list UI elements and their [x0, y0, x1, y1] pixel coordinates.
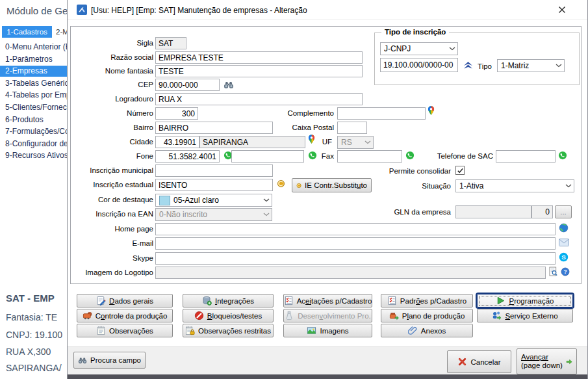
- machine-icon: [83, 311, 92, 320]
- cor-destaque-combo[interactable]: 05-Azul claro: [155, 194, 272, 207]
- bairro-label: Bairro: [68, 124, 153, 131]
- sidebar-item-0[interactable]: 0-Menu Anterior (E: [0, 42, 67, 53]
- sidebar-item-4[interactable]: 4-Tabelas por Empr: [0, 90, 67, 101]
- integracoes-button[interactable]: Integrações: [183, 294, 274, 307]
- desenvolvimento-pro-button[interactable]: Desenvolvimento Pro.: [283, 309, 372, 322]
- fone-field[interactable]: [155, 150, 220, 163]
- logradouro-label: Logradouro: [68, 95, 153, 103]
- inscricao-ean-combo[interactable]: 0-Não inscrito: [155, 208, 272, 221]
- programacao-button[interactable]: Programação: [477, 294, 573, 307]
- cep-search-binoculars-icon[interactable]: [224, 81, 234, 89]
- company-summary-cnpj: CNPJ: 19.100: [6, 330, 62, 340]
- plano-producao-button[interactable]: Plano de produção: [381, 309, 473, 322]
- tipo-label: Tipo: [472, 62, 492, 70]
- globe-icon[interactable]: [559, 223, 569, 233]
- inscricao-estadual-label: Inscrição estadual: [68, 181, 153, 189]
- servico-externo-button[interactable]: Serviço Externo: [477, 309, 573, 322]
- sidebar-item-1[interactable]: 1-Parâmetros: [0, 54, 67, 65]
- tipo-matriz-combo[interactable]: 1-Matriz: [497, 59, 565, 72]
- image-icon: [307, 326, 316, 335]
- sigla-label: Sigla: [68, 39, 153, 47]
- observacoes-button[interactable]: Observações: [77, 324, 173, 337]
- observacoes-restritas-button[interactable]: Observações restritas: [183, 324, 274, 337]
- telefone-sac-field[interactable]: [496, 150, 556, 163]
- dialog-footer: Procura campo Cancelar Avançar (page dow…: [68, 346, 587, 374]
- sidebar-item-7[interactable]: 7-Formulações/Con: [0, 126, 67, 137]
- cnpj-field[interactable]: [380, 58, 458, 72]
- controle-producao-button[interactable]: Controle da produção: [77, 309, 173, 322]
- tab-cadastros[interactable]: 1-Cadastros: [2, 26, 52, 38]
- tab-movimentos[interactable]: 2-M: [56, 28, 67, 36]
- logotipo-preview-icon[interactable]: [549, 267, 557, 276]
- complemento-field[interactable]: [337, 107, 426, 120]
- cep-field[interactable]: [155, 79, 220, 91]
- sac-whatsapp-icon[interactable]: [558, 151, 567, 160]
- razao-social-field[interactable]: [155, 51, 363, 64]
- fone2-field[interactable]: [231, 150, 304, 163]
- fone2-whatsapp-icon[interactable]: [308, 151, 317, 160]
- gln-field[interactable]: [455, 205, 531, 218]
- chevron-down-icon: [261, 194, 272, 206]
- cidade-map-pin-icon[interactable]: [308, 134, 315, 144]
- logradouro-field[interactable]: [155, 93, 363, 105]
- sidebar-item-2[interactable]: 2-Empresas: [0, 66, 67, 77]
- play-icon: [496, 296, 505, 306]
- aceitacoes-pcadastro-button[interactable]: Aceitações p/Cadastro: [283, 294, 372, 307]
- complemento-label: Complemento: [262, 109, 334, 117]
- dialog-title-bar: [Usu: HELP] [Emp: SAT] Manutenção de emp…: [68, 0, 587, 20]
- permite-consolidar-checkbox[interactable]: [455, 166, 465, 175]
- logotipo-field[interactable]: [155, 267, 546, 279]
- razao-social-label: Razão social: [68, 53, 153, 61]
- skype-icon[interactable]: S: [559, 252, 569, 262]
- uf-combo[interactable]: RS: [337, 136, 374, 149]
- nome-fantasia-label: Nome fantasia: [68, 67, 153, 75]
- imagens-button[interactable]: Imagens: [283, 324, 372, 337]
- sidebar-item-5[interactable]: 5-Clientes/Fornece: [0, 102, 67, 113]
- chevron-down-icon: [563, 180, 574, 192]
- gln-label: GLN da empresa: [379, 208, 451, 216]
- dados-gerais-button[interactable]: Dados gerais: [77, 294, 173, 307]
- fax-whatsapp-icon[interactable]: [405, 151, 415, 160]
- external-service-icon: [492, 311, 502, 320]
- sidebar-item-3[interactable]: 3-Tabelas Genérica: [0, 78, 67, 89]
- padroes-pcadastro-button[interactable]: Padrões p/Cadastro: [381, 294, 473, 307]
- complemento-map-pin-icon[interactable]: [428, 105, 435, 116]
- gln-check-digit-field[interactable]: [531, 205, 553, 218]
- inscricao-estadual-field[interactable]: [155, 179, 273, 191]
- email-envelope-icon[interactable]: [559, 239, 569, 246]
- cidade-codigo-field[interactable]: [155, 136, 199, 148]
- chevron-down-icon: [447, 43, 457, 55]
- numero-label: Número: [68, 109, 153, 117]
- tipo-inscricao-group: Tipo de inscrição J-CNPJ Tipo 1-Matriz: [374, 33, 580, 85]
- gln-browse-button[interactable]: ...: [555, 205, 572, 218]
- fax-field[interactable]: [337, 150, 402, 163]
- skype-field[interactable]: [155, 252, 556, 265]
- tipo-inscricao-title: Tipo de inscrição: [381, 28, 449, 36]
- tipo-documento-combo[interactable]: J-CNPJ: [380, 42, 458, 55]
- anexos-button[interactable]: Anexos: [381, 324, 473, 337]
- sidebar-item-6[interactable]: 6-Produtos: [0, 114, 67, 125]
- close-icon[interactable]: [556, 4, 568, 16]
- sidebar-item-8[interactable]: 8-Configurador de: [0, 138, 67, 150]
- nome-fantasia-field[interactable]: [155, 65, 363, 77]
- ie-contr-substituto-button[interactable]: IE Contr.Substituto: [292, 178, 372, 192]
- background-window-title: Módulo de Ge: [6, 5, 67, 16]
- help-icon[interactable]: ?: [561, 267, 570, 276]
- numero-field[interactable]: [155, 107, 198, 120]
- receita-federal-icon[interactable]: [463, 61, 473, 69]
- caixa-postal-field[interactable]: [337, 122, 367, 134]
- sidebar-item-9[interactable]: 9-Recursos Ativos: [0, 150, 67, 161]
- procura-campo-button[interactable]: Procura campo: [73, 352, 146, 369]
- bloqueios-testes-button[interactable]: Bloqueios/testes: [183, 309, 274, 322]
- avancar-button[interactable]: Avançar (page down): [517, 348, 577, 374]
- edit-page-icon: [96, 296, 106, 306]
- sintegra-coin-icon[interactable]: [277, 179, 285, 188]
- cancelar-button[interactable]: Cancelar: [447, 350, 511, 373]
- situacao-combo[interactable]: 1-Ativa: [455, 179, 574, 192]
- cidade-nome-field[interactable]: [199, 136, 305, 148]
- inscricao-municipal-field[interactable]: [155, 164, 273, 177]
- bairro-field[interactable]: [155, 122, 273, 134]
- sigla-field[interactable]: [155, 37, 186, 49]
- home-page-field[interactable]: [155, 223, 556, 235]
- email-field[interactable]: [155, 237, 556, 250]
